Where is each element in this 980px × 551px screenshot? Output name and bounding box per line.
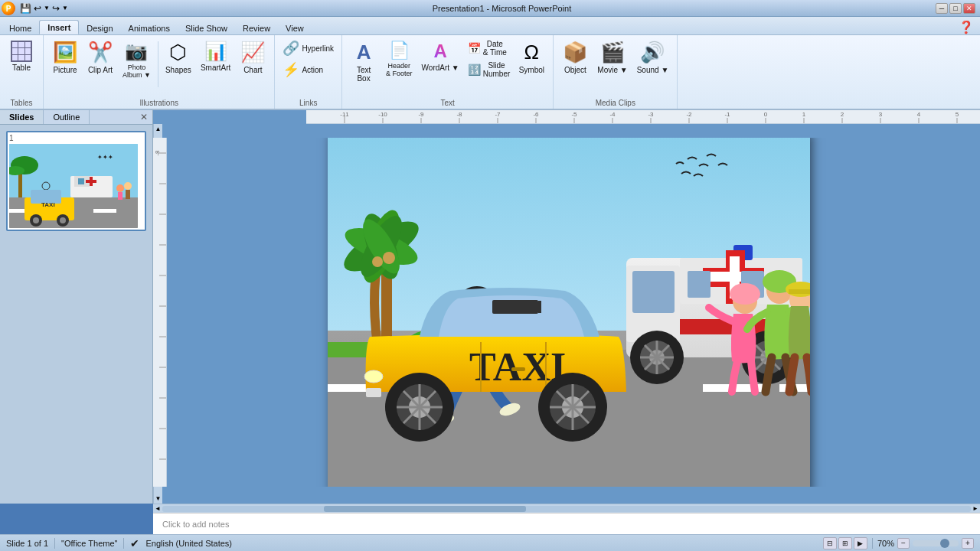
zoom-in-btn[interactable]: + bbox=[962, 538, 974, 549]
scrollbar-bottom[interactable]: ◄ ► bbox=[153, 504, 980, 513]
zoom-out-btn[interactable]: − bbox=[897, 538, 910, 549]
headerfooter-btn-label: Header& Footer bbox=[386, 62, 413, 77]
svg-rect-12 bbox=[78, 178, 84, 184]
undo-quick-btn[interactable]: ↩ bbox=[34, 3, 41, 14]
symbol-btn[interactable]: Ω Symbol bbox=[514, 38, 548, 77]
svg-text:-4: -4 bbox=[609, 111, 616, 118]
svg-point-100 bbox=[383, 252, 395, 264]
tab-slideshow[interactable]: Slide Show bbox=[178, 21, 235, 34]
links-buttons: 🔗 Hyperlink ⚡ Action bbox=[279, 38, 337, 97]
clipart-btn[interactable]: ✂️ Clip Art bbox=[83, 38, 117, 77]
text-buttons: A TextBox 📄 Header& Footer A WordArt ▼ 📅… bbox=[347, 38, 548, 97]
svg-rect-142 bbox=[511, 367, 525, 371]
scroll-up-btn[interactable]: ▲ bbox=[155, 126, 162, 132]
zoom-slider[interactable] bbox=[913, 540, 959, 546]
status-right: ⊟ ⊞ ▶ 70% − + bbox=[823, 537, 974, 549]
ruler-marks-container: -11 -10 -9 -8 -7 -6 -5 -4 -3 bbox=[306, 110, 980, 124]
tab-view[interactable]: View bbox=[278, 21, 312, 34]
panel-close-btn[interactable]: ✕ bbox=[136, 110, 152, 124]
datetime-btn[interactable]: 📅 Date& Time bbox=[465, 38, 514, 58]
main-content: /* ruler lines rendered below */ -11 -10… bbox=[153, 110, 980, 504]
table-btn[interactable]: Table bbox=[5, 38, 38, 74]
chart-btn[interactable]: 📈 Chart bbox=[236, 38, 270, 77]
svg-text:2: 2 bbox=[841, 111, 844, 118]
office-logo[interactable]: P bbox=[2, 2, 15, 15]
language-icon: ✔ bbox=[130, 537, 139, 549]
wordart-btn[interactable]: A WordArt ▼ bbox=[418, 38, 463, 74]
maximize-btn[interactable]: □ bbox=[949, 3, 962, 14]
svg-rect-14 bbox=[90, 177, 93, 186]
quick-access-toolbar: 💾 ↩ ▼ ↪ ▼ bbox=[20, 3, 68, 14]
customize-quick-btn[interactable]: ▼ bbox=[62, 5, 68, 11]
close-btn[interactable]: ✕ bbox=[963, 3, 975, 14]
hyperlink-btn[interactable]: 🔗 Hyperlink bbox=[279, 38, 337, 58]
scroll-down-btn[interactable]: ▼ bbox=[155, 495, 162, 502]
svg-point-160 bbox=[730, 283, 760, 305]
slide-canvas-area[interactable]: TAXI bbox=[167, 138, 971, 487]
slide-sorter-btn[interactable]: ⊞ bbox=[838, 537, 852, 549]
zoom-level: 70% bbox=[877, 539, 894, 548]
panel-tab-outline[interactable]: Outline bbox=[44, 110, 90, 124]
object-btn-label: Object bbox=[564, 66, 586, 74]
slide-work-area: -8 bbox=[153, 124, 980, 504]
undo-dropdown[interactable]: ▼ bbox=[44, 5, 50, 11]
headerfooter-btn[interactable]: 📄 Header& Footer bbox=[382, 38, 416, 80]
clipart-btn-label: Clip Art bbox=[88, 66, 113, 74]
language-label: English (United States) bbox=[145, 539, 232, 548]
symbol-btn-label: Symbol bbox=[519, 66, 544, 74]
smartart-btn[interactable]: 📊 SmartArt bbox=[197, 38, 234, 74]
slidenumber-btn[interactable]: 🔢 SlideNumber bbox=[465, 60, 514, 80]
tab-insert[interactable]: Insert bbox=[39, 20, 79, 34]
save-quick-btn[interactable]: 💾 bbox=[20, 3, 31, 14]
wordart-btn-label: WordArt ▼ bbox=[422, 64, 459, 72]
ribbon-group-illustrations: 🖼️ Picture ✂️ Clip Art 📷 PhotoAlbum ▼ ⬡ … bbox=[44, 35, 275, 109]
tab-home[interactable]: Home bbox=[2, 21, 39, 34]
svg-text:-6: -6 bbox=[533, 111, 539, 118]
svg-text:-7: -7 bbox=[495, 111, 501, 118]
svg-text:TAXI: TAXI bbox=[41, 201, 55, 208]
minimize-btn[interactable]: ─ bbox=[936, 3, 948, 14]
shapes-btn[interactable]: ⬡ Shapes bbox=[162, 38, 195, 77]
svg-point-18 bbox=[33, 217, 39, 223]
ruler-top: /* ruler lines rendered below */ -11 -10… bbox=[306, 110, 980, 124]
object-btn[interactable]: 📦 Object bbox=[558, 38, 592, 77]
svg-rect-118 bbox=[688, 271, 710, 298]
svg-text:4: 4 bbox=[917, 111, 921, 118]
normal-view-btn[interactable]: ⊟ bbox=[823, 537, 837, 549]
photoalbum-btn[interactable]: 📷 PhotoAlbum ▼ bbox=[119, 38, 155, 81]
notes-bar[interactable]: Click to add notes bbox=[153, 513, 980, 534]
scroll-right-btn[interactable]: ► bbox=[972, 505, 978, 512]
slide-thumbnail-1[interactable]: 1 bbox=[6, 131, 146, 231]
sound-btn[interactable]: 🔊 Sound ▼ bbox=[633, 38, 673, 77]
svg-text:3: 3 bbox=[879, 111, 883, 118]
slide-preview-svg: TAXI ✦✦✦ bbox=[9, 144, 138, 228]
redo-quick-btn[interactable]: ↪ bbox=[52, 3, 60, 14]
scroll-handle-h[interactable] bbox=[324, 506, 526, 512]
movie-btn-label: Movie ▼ bbox=[597, 66, 627, 74]
textbox-btn[interactable]: A TextBox bbox=[347, 38, 381, 85]
ribbon-help-btn[interactable]: ❓ bbox=[954, 20, 978, 34]
movie-btn[interactable]: 🎬 Movie ▼ bbox=[593, 38, 631, 77]
svg-rect-111 bbox=[632, 271, 675, 313]
title-bar: P 💾 ↩ ▼ ↪ ▼ Presentation1 - Microsoft Po… bbox=[0, 0, 980, 17]
svg-point-8 bbox=[42, 182, 50, 190]
smartart-btn-label: SmartArt bbox=[201, 64, 230, 72]
tab-animations[interactable]: Animations bbox=[121, 21, 178, 34]
picture-btn[interactable]: 🖼️ Picture bbox=[48, 38, 82, 77]
zoom-thumb[interactable] bbox=[940, 539, 949, 548]
svg-rect-166 bbox=[789, 289, 810, 294]
panel-tab-slides[interactable]: Slides bbox=[0, 110, 44, 124]
picture-btn-label: Picture bbox=[53, 66, 77, 74]
scroll-left-btn[interactable]: ◄ bbox=[155, 505, 161, 512]
tab-design[interactable]: Design bbox=[79, 21, 120, 34]
tab-review[interactable]: Review bbox=[235, 21, 278, 34]
action-btn[interactable]: ⚡ Action bbox=[279, 60, 326, 80]
svg-text:-3: -3 bbox=[648, 111, 654, 118]
slidenumber-btn-label: SlideNumber bbox=[483, 61, 511, 78]
slideshow-btn[interactable]: ▶ bbox=[854, 537, 867, 549]
hyperlink-btn-label: Hyperlink bbox=[302, 44, 334, 53]
svg-point-101 bbox=[372, 256, 383, 267]
svg-point-158 bbox=[364, 370, 383, 383]
status-sep3 bbox=[872, 538, 873, 549]
photoalbum-btn-label: PhotoAlbum ▼ bbox=[122, 64, 151, 79]
